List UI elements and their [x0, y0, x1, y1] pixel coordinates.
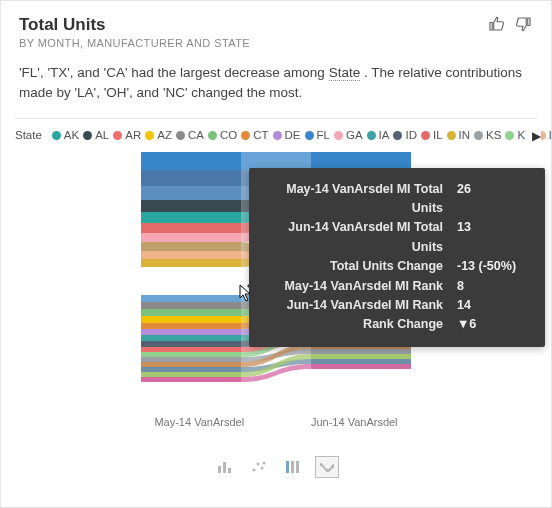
legend-item[interactable]: IA	[367, 129, 390, 141]
svg-rect-16	[141, 335, 241, 341]
legend-code: CT	[253, 129, 268, 141]
tooltip-val: 26	[457, 180, 529, 219]
tooltip-val: -13 (-50%)	[457, 257, 529, 276]
tooltip-val: 14	[457, 296, 529, 315]
svg-rect-5	[141, 223, 241, 233]
svg-rect-48	[311, 359, 411, 364]
svg-rect-2	[141, 186, 241, 200]
svg-rect-49	[311, 364, 411, 369]
svg-rect-50	[218, 466, 221, 473]
svg-rect-10	[141, 295, 241, 302]
legend-dot-icon	[176, 131, 185, 140]
legend-dot-icon	[273, 131, 282, 140]
svg-rect-1	[141, 170, 241, 186]
legend-code: AZ	[157, 129, 172, 141]
legend-dot-icon	[208, 131, 217, 140]
svg-rect-8	[141, 251, 241, 259]
legend-dot-icon	[241, 131, 250, 140]
legend-item[interactable]: AK	[52, 129, 79, 141]
legend-item[interactable]: FL	[305, 129, 330, 141]
legend-dot-icon	[393, 131, 402, 140]
svg-rect-0	[141, 152, 241, 170]
viz-bar-icon[interactable]	[213, 456, 237, 478]
thumbs-up-icon[interactable]	[487, 15, 505, 37]
legend-item[interactable]: AZ	[145, 129, 172, 141]
svg-rect-3	[141, 200, 241, 212]
svg-rect-18	[141, 347, 241, 352]
narrative-link-state[interactable]: State	[329, 65, 361, 81]
tooltip-key: Total Units Change	[265, 257, 443, 276]
tooltip-key: Rank Change	[265, 315, 443, 334]
legend-dot-icon	[305, 131, 314, 140]
viz-scatter-icon[interactable]	[247, 456, 271, 478]
legend-dot-icon	[83, 131, 92, 140]
page-subtitle: BY MONTH, MANUFACTURER AND STATE	[19, 37, 487, 49]
tooltip-val: ▼6	[457, 315, 529, 334]
tooltip-key: May-14 VanArsdel MI Total Units	[265, 180, 443, 219]
svg-rect-47	[311, 354, 411, 359]
svg-rect-14	[141, 323, 241, 329]
svg-rect-22	[141, 367, 241, 372]
legend-item[interactable]: DE	[273, 129, 301, 141]
svg-point-54	[257, 462, 260, 465]
viz-column-icon[interactable]	[281, 456, 305, 478]
legend-item[interactable]: GA	[334, 129, 363, 141]
legend-code: CA	[188, 129, 204, 141]
legend-code: IA	[379, 129, 390, 141]
thumbs-down-icon[interactable]	[515, 15, 533, 37]
legend-code: LA	[549, 129, 551, 141]
svg-rect-15	[141, 329, 241, 335]
svg-point-53	[253, 468, 256, 471]
legend-item[interactable]: CO	[208, 129, 237, 141]
tooltip-val: 8	[457, 277, 529, 296]
legend-code: CO	[220, 129, 237, 141]
svg-rect-19	[141, 352, 241, 357]
svg-rect-24	[141, 377, 241, 382]
legend-item[interactable]: AL	[83, 129, 109, 141]
legend-item[interactable]: AR	[113, 129, 141, 141]
legend-code: KS	[486, 129, 501, 141]
tooltip-val: 13	[457, 218, 529, 257]
svg-rect-59	[296, 461, 299, 473]
svg-point-56	[263, 461, 266, 464]
axis-label-right: Jun-14 VanArsdel	[311, 416, 398, 428]
svg-rect-17	[141, 341, 241, 347]
svg-rect-7	[141, 242, 241, 251]
legend-dot-icon	[367, 131, 376, 140]
legend-item[interactable]: CT	[241, 129, 268, 141]
tooltip-key: Jun-14 VanArsdel MI Rank	[265, 296, 443, 315]
svg-rect-20	[141, 357, 241, 362]
legend-dot-icon	[113, 131, 122, 140]
page-title: Total Units	[19, 15, 487, 35]
legend-item[interactable]: KS	[474, 129, 501, 141]
legend-item[interactable]: ID	[393, 129, 417, 141]
legend-code: ID	[405, 129, 417, 141]
legend-dot-icon	[447, 131, 456, 140]
legend-dot-icon	[505, 131, 514, 140]
chart-tooltip: May-14 VanArsdel MI Total Units26 Jun-14…	[249, 168, 545, 347]
svg-rect-25	[311, 152, 411, 168]
legend-dot-icon	[334, 131, 343, 140]
legend-dot-icon	[474, 131, 483, 140]
svg-rect-6	[141, 233, 241, 242]
legend-scroll-right-icon[interactable]: ▶	[526, 129, 541, 143]
svg-rect-57	[286, 461, 289, 473]
legend-item[interactable]: IN	[447, 129, 471, 141]
legend-dot-icon	[52, 131, 61, 140]
viz-ribbon-icon[interactable]	[315, 456, 339, 478]
legend-dot-icon	[145, 131, 154, 140]
tooltip-key: May-14 VanArsdel MI Rank	[265, 277, 443, 296]
legend-code: FL	[317, 129, 330, 141]
axis-label-left: May-14 VanArsdel	[154, 416, 244, 428]
svg-rect-52	[228, 468, 231, 473]
tooltip-key: Jun-14 VanArsdel MI Total Units	[265, 218, 443, 257]
legend-dot-icon	[421, 131, 430, 140]
viz-switcher	[1, 456, 551, 478]
legend-item[interactable]: IL	[421, 129, 443, 141]
legend-code: GA	[346, 129, 363, 141]
legend-code: AR	[125, 129, 141, 141]
svg-point-55	[261, 466, 264, 469]
legend-item[interactable]: CA	[176, 129, 204, 141]
svg-rect-51	[223, 462, 226, 473]
ribbon-chart[interactable]: May-14 VanArsdel Jun-14 VanArsdel May-14…	[19, 152, 533, 452]
